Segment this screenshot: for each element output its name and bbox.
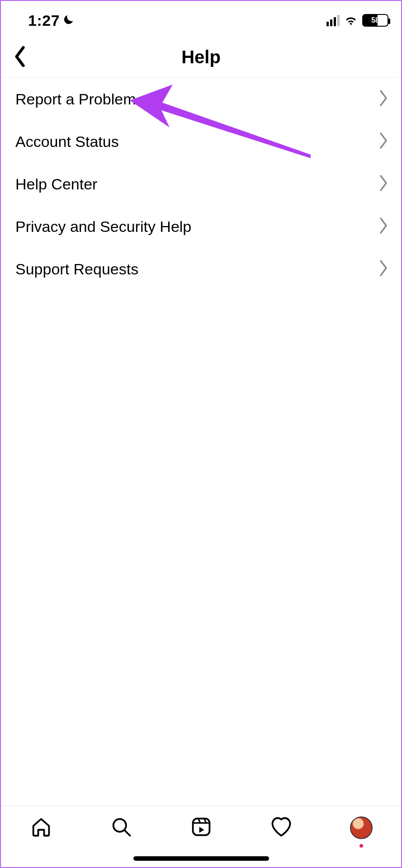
profile-avatar-icon [350, 816, 373, 839]
moon-icon [62, 13, 75, 28]
nav-header: Help [1, 37, 401, 78]
menu-item-label: Report a Problem [15, 90, 136, 108]
menu-item-support-requests[interactable]: Support Requests [1, 248, 401, 290]
chevron-right-icon [378, 217, 389, 236]
status-time: 1:27 [28, 12, 60, 29]
menu-item-report-a-problem[interactable]: Report a Problem [1, 78, 401, 120]
notification-dot-icon [359, 844, 363, 848]
chevron-right-icon [378, 174, 389, 194]
wifi-icon [344, 14, 358, 27]
cellular-signal-icon [326, 14, 340, 26]
status-right: 58 [326, 14, 388, 27]
home-indicator [133, 856, 269, 861]
tab-activity[interactable] [268, 814, 295, 841]
tab-reels[interactable] [188, 814, 215, 841]
status-bar: 1:27 58 [1, 1, 401, 37]
chevron-right-icon [378, 259, 389, 279]
menu-item-label: Help Center [15, 175, 97, 193]
tab-profile[interactable] [348, 814, 375, 841]
reels-icon [189, 815, 213, 840]
battery-percentage: 58 [363, 16, 388, 24]
search-icon [109, 815, 133, 840]
chevron-left-icon [12, 45, 28, 69]
back-button[interactable] [6, 44, 33, 71]
battery-icon: 58 [362, 14, 388, 27]
home-icon [29, 815, 53, 840]
menu-item-label: Privacy and Security Help [15, 218, 191, 236]
menu-item-label: Account Status [15, 133, 119, 151]
chevron-right-icon [378, 89, 389, 109]
tab-home[interactable] [28, 814, 55, 841]
menu-item-privacy-security[interactable]: Privacy and Security Help [1, 205, 401, 248]
menu-item-help-center[interactable]: Help Center [1, 163, 401, 205]
status-left: 1:27 [28, 12, 75, 29]
svg-line-2 [124, 830, 130, 836]
heart-icon [270, 815, 293, 840]
menu-item-account-status[interactable]: Account Status [1, 120, 401, 163]
svg-rect-3 [193, 819, 209, 835]
chevron-right-icon [378, 132, 389, 151]
page-title: Help [181, 47, 221, 67]
menu-item-label: Support Requests [15, 260, 138, 278]
help-menu-list: Report a Problem Account Status Help Cen… [1, 78, 401, 290]
tab-search[interactable] [108, 814, 135, 841]
